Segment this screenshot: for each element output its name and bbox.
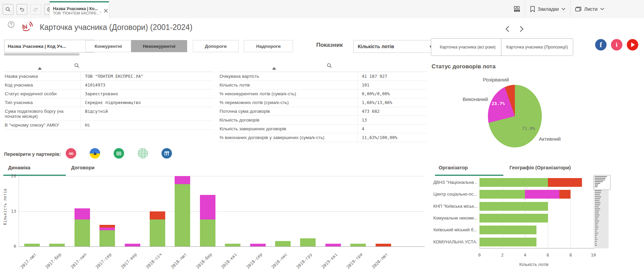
bar-segment-Активний <box>300 238 316 246</box>
table-row[interactable]: Поточна сума договорів473 682 <box>219 107 427 116</box>
indicator-label: Показник <box>316 42 343 48</box>
bar-2020-лют[interactable] <box>376 244 391 246</box>
kpi-label: В "чорному списку" АМКУ <box>4 121 81 129</box>
filter-button[interactable]: Надпороги <box>244 40 293 52</box>
bar-Комунальне некоме...[interactable] <box>479 214 548 223</box>
filter-button[interactable]: Конкурентні <box>85 40 131 52</box>
table-row[interactable]: Код учасника41014973 <box>4 81 213 90</box>
undo-icon[interactable] <box>17 4 27 15</box>
app-objects-grid-icon[interactable] <box>514 6 520 12</box>
minimap-bar <box>595 206 599 207</box>
tab-dogovory[interactable]: Договори <box>71 165 94 170</box>
court-partner-icon[interactable] <box>162 148 172 159</box>
bar-2019-кві[interactable] <box>325 244 341 246</box>
youtube-icon[interactable] <box>627 39 638 50</box>
bar-2018-гру[interactable] <box>300 238 316 246</box>
bar-2017-лип[interactable] <box>75 208 90 246</box>
facebook-icon[interactable]: f <box>595 39 607 50</box>
table-row[interactable]: Кількість договорів13 <box>219 116 427 125</box>
bar-2018-лют[interactable] <box>175 176 190 246</box>
x-axis-title: Кількість лотів <box>519 262 549 267</box>
sheets-button[interactable]: Листи <box>575 6 604 12</box>
category-label: КОМУНАЛЬНА УСТА... <box>433 239 477 244</box>
table-row[interactable]: Кількість завершених договорів4 <box>219 125 427 133</box>
tab-geografia[interactable]: Географія (Організатори) <box>509 165 571 170</box>
bar-segment-Активний <box>350 244 366 246</box>
y-axis-title: Кількість лотів <box>3 189 7 225</box>
bar-2017-сер[interactable] <box>99 225 115 246</box>
table-row[interactable]: Статус юридичної особиЗареєстровано <box>4 90 213 98</box>
selection-chip-value: ТОВ "ПОНТЕМ ЕКСПРЕ..." <box>53 11 101 15</box>
table-row[interactable]: Назва учасникаТОВ "ПОНТЕМ ЕКСПРЕС.УА" <box>4 72 213 81</box>
selection-chip[interactable]: Назва Учасника | Ко... ТОВ "ПОНТЕМ ЕКСПР… <box>50 1 109 19</box>
bar-2018-кві[interactable] <box>225 244 240 246</box>
bar-2018-лис[interactable] <box>275 241 291 246</box>
table-row[interactable]: Тип учасникаСереднє підприємництво <box>4 98 213 107</box>
kpi-value: 473 682 <box>358 107 427 115</box>
x-category-label: 2018-гру <box>287 252 313 273</box>
table-row[interactable]: % переможних лотів (сума/к-сть)1,66%/13,… <box>219 98 427 107</box>
minimap-bar <box>595 186 597 187</box>
bar-2019-тра[interactable] <box>350 244 366 246</box>
sort-asc-icon <box>272 67 276 70</box>
search-icon[interactable] <box>327 63 332 68</box>
filter-button[interactable]: Неконкурентні <box>131 40 187 52</box>
bookmark-icon <box>530 6 535 12</box>
prev-sheet-button[interactable] <box>505 26 509 32</box>
tab-organizator[interactable]: Організатор <box>439 165 468 170</box>
bar-ДВНЗ "Національна ...[interactable] <box>479 178 582 187</box>
next-sheet-button[interactable] <box>520 26 524 32</box>
help-icon[interactable] <box>7 21 15 28</box>
minimap-bar <box>595 237 596 238</box>
pie-chart[interactable] <box>488 85 542 147</box>
x-category-label: 2019-кві <box>312 252 339 273</box>
table-header[interactable] <box>4 62 213 72</box>
dotted-globe-partner-icon[interactable] <box>138 148 148 159</box>
y-tick-label: 0 <box>7 244 16 249</box>
smart-search-icon[interactable] <box>3 4 13 15</box>
green-seal-partner-icon[interactable] <box>114 148 124 159</box>
indicator-dropdown[interactable]: Кількість лотів ▼ <box>353 40 437 53</box>
active-tab-underline <box>435 175 503 176</box>
top-toolbar: Назва Учасника | Ко... ТОВ "ПОНТЕМ ЕКСПР… <box>0 0 644 19</box>
filter-button[interactable]: Допороги <box>193 40 239 52</box>
ukraine-flag-partner-icon[interactable] <box>90 148 100 159</box>
sheets-label: Листи <box>584 6 597 12</box>
table-row[interactable]: Сума податкового боргу (на початок місяц… <box>4 107 213 121</box>
info-icon[interactable]: i <box>611 39 622 50</box>
chart-minimap-scrollbar[interactable] <box>594 176 609 248</box>
bar-2017-лют[interactable] <box>24 244 40 246</box>
bar-2018-січ[interactable] <box>150 211 165 246</box>
table-row[interactable]: % виконаних договорів у завершених (сума… <box>219 133 427 142</box>
bar-2017-бер[interactable] <box>49 244 65 246</box>
close-icon[interactable] <box>104 9 108 13</box>
minimap-bar <box>595 223 598 224</box>
card-proposals-button[interactable]: Карточка учасника (Пропозиції) <box>501 38 573 56</box>
bar-Київський міський б...[interactable] <box>479 226 536 234</box>
kpi-label: Сума податкового боргу (на початок місяц… <box>4 107 81 121</box>
bar-2017-вер[interactable] <box>125 244 140 246</box>
table-row[interactable]: В "чорному списку" АМКУНі <box>4 121 213 130</box>
metrics-kpi-table: Очікувана вартість41 187 927Кількість ло… <box>219 62 427 142</box>
table-row[interactable]: Кількість лотів101 <box>219 81 427 90</box>
table-header[interactable] <box>219 62 427 72</box>
tab-dynamika[interactable]: Динаміка <box>8 165 30 170</box>
bar-КНП "Київська міськ...[interactable] <box>479 202 548 211</box>
table-row[interactable]: % неконкурентних лотів (сума/к-сть)0,00%… <box>219 90 427 98</box>
bar-Центр соціально-пс...[interactable] <box>479 190 570 199</box>
participant-field-selector[interactable]: Назва Учасника | Код Уч... <box>4 40 94 53</box>
bookmarks-button[interactable]: Закладки <box>530 6 566 12</box>
card-all-years-button[interactable]: Карточка учасника (всі роки) <box>431 38 504 56</box>
bar-КОМУНАЛЬНА УСТА...[interactable] <box>479 238 536 246</box>
field-selector-scrollbar[interactable] <box>4 53 80 56</box>
kpi-value: 1,66%/13,86% <box>358 98 427 107</box>
minimap-bar <box>595 216 599 217</box>
binoculars-partner-icon[interactable]: oo <box>66 148 76 159</box>
bar-segment-Розірваний <box>376 244 391 246</box>
search-icon[interactable] <box>74 63 80 68</box>
table-row[interactable]: Очікувана вартість41 187 927 <box>219 72 427 81</box>
bar-2018-сер[interactable] <box>250 244 266 246</box>
x-tick-label: 6 <box>547 252 549 258</box>
bar-2018-бер[interactable] <box>200 195 215 246</box>
minimap-viewport[interactable] <box>594 175 611 190</box>
